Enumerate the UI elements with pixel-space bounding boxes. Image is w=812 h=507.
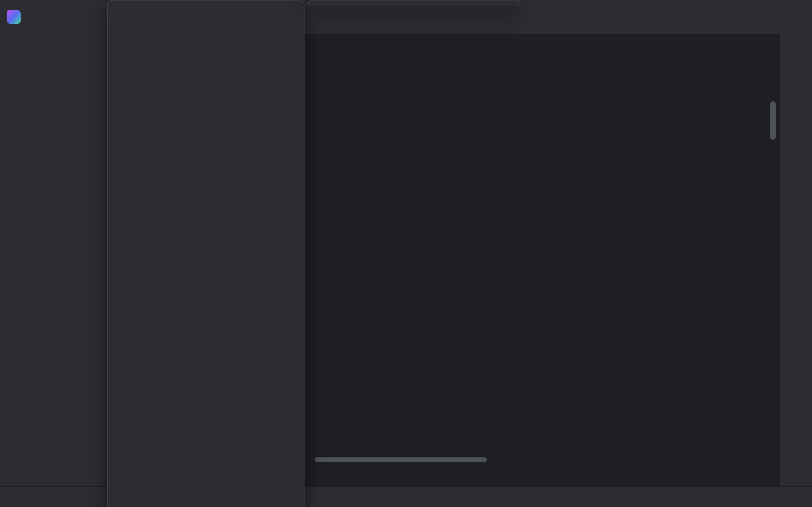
goland-window: [0, 0, 812, 507]
horizontal-scrollbar[interactable]: [315, 457, 487, 462]
new-submenu: [308, 0, 520, 6]
inspections-widget[interactable]: [712, 72, 732, 89]
vertical-scrollbar[interactable]: [770, 101, 776, 140]
screen: [0, 0, 812, 507]
editor-options-icon[interactable]: [750, 41, 773, 64]
context-menu: [107, 0, 305, 507]
